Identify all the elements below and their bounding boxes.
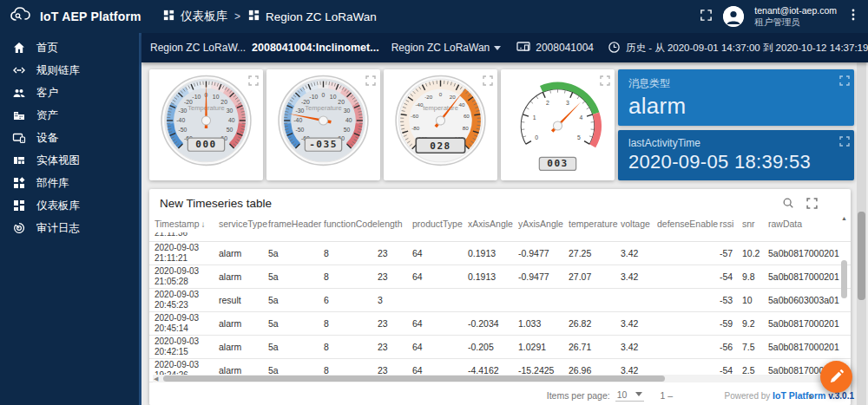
table-cell: result	[219, 295, 268, 305]
table-scrollbar-thumb[interactable]	[841, 260, 847, 298]
breadcrumb-current[interactable]: Region ZC LoRaWan	[247, 9, 377, 24]
svg-text:40: 40	[458, 101, 464, 108]
table-cell: 64	[412, 318, 468, 329]
table-cell: 26.82	[569, 318, 621, 329]
svg-text:-10: -10	[192, 94, 201, 100]
svg-text:30: 30	[227, 108, 233, 114]
platform-brand-link[interactable]: IoT Platform	[773, 390, 825, 401]
horizontal-scrollbar-thumb[interactable]	[163, 376, 665, 382]
table-row[interactable]: 2020-09-0320:45:14alarm5a82364-0.20341.0…	[149, 312, 851, 336]
column-header-voltage[interactable]: voltage	[621, 219, 657, 229]
table-cell: 64	[412, 248, 468, 258]
table-cell: -0.2034	[468, 318, 518, 329]
scroll-up-arrow-icon[interactable]: ▲	[841, 215, 847, 221]
column-header-rssi[interactable]: rssi	[720, 219, 742, 229]
expand-icon[interactable]	[248, 74, 259, 84]
timestamp-cell: 2020-09-0321:05:28	[155, 266, 219, 287]
sidebar-item-home[interactable]: 首页	[0, 36, 139, 59]
column-header-functionCode[interactable]: functionCode	[324, 219, 378, 229]
svg-text:-30: -30	[296, 108, 305, 114]
items-per-page-value: 10	[617, 389, 628, 400]
svg-text:5: 5	[577, 134, 581, 140]
column-header-defenseEnable[interactable]: defenseEnable	[657, 219, 720, 229]
sidebar-item-entity-views[interactable]: 实体视图	[0, 149, 139, 172]
sidebar-item-audit-logs[interactable]: 审计日志	[0, 217, 139, 239]
column-header-length[interactable]: length	[378, 219, 412, 229]
table-cell: 23	[378, 248, 412, 258]
column-header-temperature[interactable]: temperature	[569, 219, 621, 229]
svg-text:-30: -30	[179, 108, 187, 114]
items-per-page-select[interactable]: 10	[615, 389, 645, 402]
table-cell: 8	[324, 342, 378, 352]
table-row-partial[interactable]: 21:11:36	[149, 232, 851, 242]
state-selector[interactable]: Region ZC LoRaWan	[391, 42, 502, 54]
dashboard-scrollbar-thumb[interactable]	[858, 212, 865, 300]
expand-icon[interactable]	[365, 74, 376, 84]
scroll-left-arrow-icon[interactable]: ◀	[154, 375, 158, 382]
expand-icon[interactable]	[483, 74, 493, 84]
sidebar-item-rule-chains[interactable]: 规则链库	[0, 59, 139, 82]
home-icon	[12, 41, 26, 55]
table-row[interactable]: 2020-09-0320:42:15alarm5a82364-0.2051.02…	[149, 336, 851, 359]
column-header-serviceType[interactable]: serviceType	[219, 219, 268, 229]
dashboard-toolbar: Region ZC LoRaW... 2008041004:Inclinomet…	[141, 33, 868, 62]
table-cell: -54	[720, 271, 742, 282]
table-row[interactable]: 2020-09-0321:11:21alarm5a823640.1913-0.9…	[149, 242, 851, 265]
table-cell: 1.0291	[518, 342, 569, 352]
avatar[interactable]	[723, 6, 744, 27]
chevron-down-icon	[635, 392, 642, 396]
table-cell: 1.033	[518, 318, 569, 329]
top-header: IoT AEP Platform 仪表板库 > Region ZC LoRaWa…	[0, 0, 868, 33]
search-icon[interactable]	[782, 197, 794, 212]
table-row[interactable]: 2020-09-0320:45:23result5a63-53105a0b060…	[149, 289, 851, 312]
user-info: tenant@iot-aep.com 租户管理员	[754, 5, 837, 28]
column-header-Timestamp[interactable]: Timestamp↓	[155, 219, 219, 229]
dashboard-scrollbar	[857, 62, 866, 405]
sidebar-item-devices[interactable]: 设备	[0, 127, 139, 149]
table-cell: 5a	[268, 248, 324, 258]
sidebar-item-dashboards[interactable]: 仪表板库	[0, 194, 139, 217]
table-cell: 3.42	[621, 271, 657, 282]
sidebar-item-widget-library[interactable]: 部件库	[0, 172, 139, 194]
device-id-label: 2008041004	[536, 42, 594, 54]
table-cell: alarm	[219, 318, 268, 329]
message-type-value: alarm	[628, 93, 844, 120]
table-cell: 8	[324, 248, 378, 258]
edit-dashboard-fab[interactable]	[820, 361, 852, 393]
column-header-snr[interactable]: snr	[742, 219, 768, 229]
fullscreen-icon[interactable]	[700, 9, 713, 25]
timestamp-cell: 2020-09-0321:11:21	[155, 243, 219, 264]
column-header-productType[interactable]: productType	[412, 219, 468, 229]
column-header-yAxisAngle[interactable]: yAxisAngle	[518, 219, 569, 229]
svg-text:-20: -20	[424, 94, 433, 100]
breadcrumb-dashboards[interactable]: 仪表板库	[162, 9, 227, 24]
expand-icon[interactable]	[839, 74, 850, 84]
app-logo[interactable]: IoT AEP Platform	[0, 6, 152, 27]
entity-subtitle: 2008041004:Inclinomet...	[252, 42, 379, 54]
device-badge[interactable]: 2008041004	[516, 41, 594, 56]
svg-text:50: 50	[227, 127, 233, 133]
expand-icon[interactable]	[806, 197, 818, 212]
next-page-chevron[interactable]: ›	[809, 389, 812, 402]
column-header-rawData[interactable]: rawData	[768, 219, 851, 229]
column-header-xAxisAngle[interactable]: xAxisAngle	[468, 219, 518, 229]
table-cell: 5a0b0817000201	[768, 271, 851, 282]
column-header-frameHeader[interactable]: frameHeader	[268, 219, 324, 229]
sidebar-item-assets[interactable]: 资产	[0, 104, 139, 127]
svg-text:60: 60	[464, 113, 470, 119]
sidebar-item-label: 首页	[36, 41, 58, 56]
table-row[interactable]: 2020-09-0321:05:28alarm5a823640.1913-0.9…	[149, 265, 851, 289]
device-icon	[516, 41, 530, 56]
expand-icon[interactable]	[839, 134, 850, 145]
table-cell: 27.07	[569, 271, 621, 282]
table-cell: alarm	[219, 248, 268, 258]
sidebar: 首页 规则链库 客户 资产 设备 实体视图 部件库 仪表板库	[0, 33, 141, 405]
table-cell: 10	[742, 295, 768, 305]
expand-icon[interactable]	[600, 74, 610, 84]
sidebar-item-customers[interactable]: 客户	[0, 82, 139, 104]
more-vert-icon[interactable]	[847, 8, 859, 25]
history-clock-icon	[608, 41, 621, 56]
temperature-gauge-2: -60-50-40-30-20-100102030405060Temperatu…	[269, 71, 378, 179]
timewindow-button[interactable]: 历史 - 从 2020-09-01 14:37:00 到 2020-10-12 …	[608, 41, 868, 56]
svg-text:10: 10	[213, 94, 220, 100]
